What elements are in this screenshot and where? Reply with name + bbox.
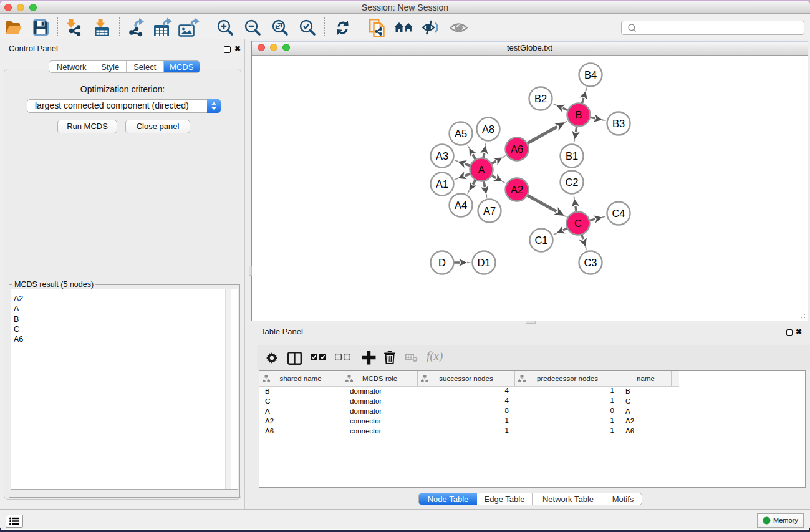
svg-text:C4: C4	[612, 208, 625, 219]
svg-text:A8: A8	[482, 123, 494, 135]
svg-text:B3: B3	[612, 118, 625, 129]
svg-text:A6: A6	[511, 143, 523, 155]
svg-text:A4: A4	[455, 200, 467, 211]
svg-text:B: B	[575, 109, 582, 120]
svg-text:D: D	[438, 257, 446, 268]
svg-text:B4: B4	[584, 69, 597, 80]
svg-text:A1: A1	[436, 178, 448, 190]
svg-text:A2: A2	[511, 184, 523, 195]
svg-text:C: C	[574, 218, 582, 229]
svg-text:C2: C2	[565, 177, 578, 188]
svg-text:B2: B2	[534, 93, 547, 104]
svg-text:A3: A3	[436, 150, 448, 162]
svg-text:A7: A7	[483, 205, 496, 216]
svg-text:C3: C3	[584, 257, 597, 268]
svg-text:D1: D1	[477, 257, 490, 268]
svg-text:A: A	[478, 164, 485, 175]
svg-text:C1: C1	[534, 235, 547, 246]
svg-text:A5: A5	[455, 128, 467, 139]
svg-text:B1: B1	[566, 150, 578, 162]
